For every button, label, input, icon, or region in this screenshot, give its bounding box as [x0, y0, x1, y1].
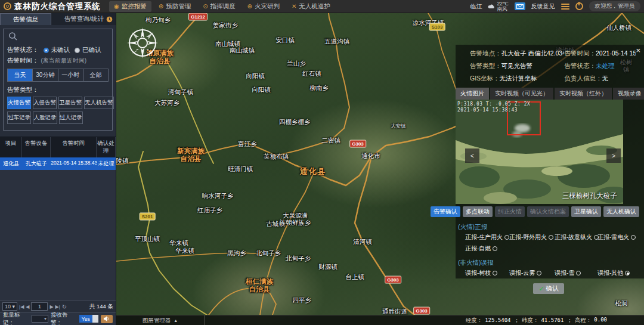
map-label-town: 南山城镇 — [230, 47, 255, 54]
photo-osd-time: 2021-05-14 15:38:43 — [457, 107, 518, 113]
form-confirm-button[interactable]: ✓ 确认 — [533, 283, 564, 294]
next-image-button[interactable]: > — [606, 148, 621, 163]
road-badge: G303 — [385, 276, 401, 284]
receive-alarm-toggle[interactable]: Yes — [79, 315, 98, 323]
weather-widget: 22℃ 南风 — [488, 1, 508, 12]
menu-icon[interactable] — [561, 4, 569, 10]
map-label-town: 华来镇 — [175, 247, 194, 254]
type-fire-alarm[interactable]: 火情告警 — [7, 97, 31, 109]
tab-video-record[interactable]: 视频录像 — [613, 88, 644, 100]
total-count: 共 144 条 — [89, 303, 113, 311]
tab-monitor-alarm[interactable]: ◉ 监控报警 — [109, 1, 151, 12]
tab-live-infrared[interactable]: 实时视频（红外） — [555, 88, 612, 100]
radio-unconfirmed-label: 未确认 — [51, 46, 70, 54]
option-lightning-fire[interactable]: 正报-雷电火 — [597, 233, 638, 242]
mail-icon[interactable] — [515, 2, 525, 10]
tab-prevention[interactable]: ⊛ 预防管理 — [154, 1, 196, 12]
drone-confirm-button[interactable]: 无人机确认 — [603, 206, 639, 217]
radio-unconfirmed[interactable]: 未确认 — [44, 46, 70, 54]
satellite-map[interactable]: 枸乃甸乡姜家街乡南山城镇南山城镇安口镇五道沟镇凉水河子镇仙人桥镇兰山乡红石镇柳南… — [116, 13, 644, 325]
option-branch[interactable]: 误报-树枝 — [465, 269, 509, 277]
tab-dispatch[interactable]: ⊙ 指挥调度 — [198, 1, 240, 12]
map-label-town: 通化市 — [361, 152, 380, 159]
radio-icon — [549, 235, 553, 240]
speaker-button[interactable] — [101, 315, 113, 323]
batch-mark-label: 批量标记： — [3, 311, 29, 325]
next-page-button[interactable]: ▶ — [49, 304, 53, 309]
city-label: 临江 — [470, 2, 482, 11]
alarm-confirm-button[interactable]: 告警确认 — [431, 206, 460, 217]
first-page-button[interactable]: |◀ — [19, 304, 24, 309]
type-drone-alarm[interactable]: 无人机告警 — [84, 97, 114, 109]
time-range-all[interactable]: 全部 — [83, 69, 108, 81]
page-number-input[interactable]: 1 — [31, 302, 48, 311]
record-vehicle[interactable]: 过车记录 — [7, 112, 31, 124]
tab-fire-analysis[interactable]: ⊕ 火灾研判 — [243, 1, 284, 12]
tab-live-visible[interactable]: 实时视频（可见光） — [490, 88, 553, 100]
map-label-town: 枸乃甸乡 — [145, 16, 171, 23]
road-badge: G303 — [413, 307, 430, 315]
map-label-town: 清河镇 — [353, 238, 372, 245]
option-spontaneous-fire[interactable]: 正报-自燃 — [465, 244, 509, 253]
satellite-confirm-button[interactable]: 卫星确认 — [571, 206, 601, 217]
table-row[interactable]: 通化县 孔大砬子 2021-05-14 15:38:43 未处理 — [0, 157, 116, 170]
option-label: 误报-树枝 — [465, 269, 491, 277]
record-person[interactable]: 过人记录 — [59, 112, 83, 124]
location-label: 告警地点： — [470, 49, 501, 57]
close-icon[interactable]: × — [636, 46, 640, 55]
batch-mark-select[interactable]: ▾ — [32, 315, 48, 323]
type-label: 告警类型： — [7, 86, 39, 94]
prev-page-button[interactable]: ◀ — [26, 304, 29, 309]
page-size-select[interactable]: 10 ▾ — [2, 302, 17, 311]
map-label-town: 仙人桥镇 — [606, 24, 631, 31]
tab-alarm-info[interactable]: 告警信息 — [0, 13, 51, 25]
map-coordinates: 经度：125.5404 ； 纬度：41.5761 ； 高程：0.00 — [466, 317, 644, 324]
lon-label: 经度： — [466, 317, 483, 324]
feedback-link[interactable]: 反馈意见 — [531, 2, 555, 11]
map-label-town: 富江乡 — [238, 140, 257, 147]
time-range-today[interactable]: 当天 — [8, 69, 33, 81]
type-satellite-alarm[interactable]: 卫星告警 — [58, 97, 82, 109]
option-arson-fire[interactable]: 正报-故意纵火 — [555, 233, 597, 242]
record-face[interactable]: 人脸记录 — [33, 112, 57, 124]
map-label-town: 姜家街乡 — [213, 21, 238, 29]
power-icon[interactable] — [575, 2, 583, 10]
time-range-30min[interactable]: 30分钟 — [33, 69, 58, 81]
tab-label: 无人机巡护 — [299, 2, 330, 11]
radio-icon-selected — [625, 271, 630, 276]
lat-value: 41.5761 ； — [541, 317, 572, 324]
time-range-1hour[interactable]: 一小时 — [58, 69, 83, 81]
sidebar-bottom-bar: 批量标记： ▾ 接收告警： Yes — [0, 312, 116, 325]
refresh-icon[interactable]: ↻ — [62, 304, 67, 310]
option-cloud[interactable]: 误报-云雾 — [509, 269, 555, 277]
prev-image-button[interactable]: < — [465, 148, 479, 163]
radio-icon — [576, 271, 581, 276]
tab-alarm-query[interactable]: 告警查询/统计 — [51, 13, 116, 25]
lat-label: 纬度： — [522, 317, 539, 324]
tab-label: 火灾研判 — [255, 2, 280, 11]
positive-report-label: (火情)正报 — [458, 223, 639, 231]
map-label-county-major: 通化县 — [300, 168, 327, 177]
layer-manager-button[interactable]: 图层管理器 ▲ — [116, 315, 205, 325]
map-label-town: 通胜街道 — [382, 308, 407, 315]
type-intrusion-alarm[interactable]: 入侵告警 — [33, 97, 57, 109]
option-outdoor-fire[interactable]: 正报-野外用火 — [509, 233, 555, 242]
radio-confirmed[interactable]: 已确认 — [75, 46, 101, 54]
multi-point-link-button[interactable]: 多点联动 — [463, 206, 493, 217]
map-label-town: 兰山乡 — [287, 60, 306, 67]
radio-icon — [493, 246, 497, 251]
pagination-bar: 10 ▾ |◀ ◀ 1 ▶ ▶| ↻ 共 144 条 — [0, 301, 116, 312]
option-other[interactable]: 误报-其他 — [597, 269, 638, 277]
tab-fire-image[interactable]: 火情图片 — [456, 88, 489, 100]
option-snow[interactable]: 误报-雪 — [555, 269, 597, 277]
alarm-table-header: 项目 告警设备 告警时间 确认处理 — [0, 137, 116, 157]
radio-icon — [493, 271, 497, 276]
tab-drone-patrol[interactable]: ✕ 无人机巡护 — [287, 1, 335, 12]
tab-label: 预防管理 — [166, 2, 191, 11]
last-page-button[interactable]: ▶| — [55, 304, 60, 309]
alarm-filter-box: 告警状态： 未确认 已确认 告警时间： (离当前最近时间) 当天 30分钟 一小… — [3, 29, 113, 131]
tab-alarm-query-label: 告警查询/统计 — [64, 15, 104, 23]
fire-photo[interactable]: P:318.03 T: -0.05 Z: 2X 2021-05-14 15:38… — [456, 100, 623, 204]
col-time: 告警时间 — [51, 137, 97, 157]
option-production-fire[interactable]: 正报-生产用火 — [465, 233, 509, 242]
